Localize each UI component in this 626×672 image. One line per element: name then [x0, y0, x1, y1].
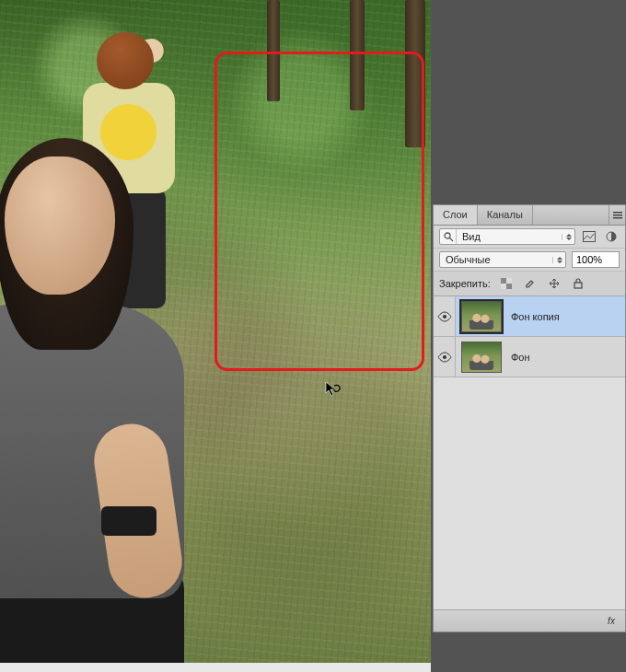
panel-tab-bar: Слои Каналы [434, 205, 625, 226]
lock-move-icon [549, 278, 560, 289]
lock-paint-button[interactable] [522, 275, 539, 292]
blend-mode-label: Обычные [440, 254, 552, 265]
svg-rect-8 [506, 284, 512, 289]
panel-footer: fx [434, 609, 625, 631]
layer-thumbnail[interactable] [461, 342, 502, 373]
layer-kind-dropdown[interactable]: Вид [439, 228, 575, 245]
svg-rect-7 [501, 278, 506, 284]
visibility-toggle[interactable] [434, 337, 456, 377]
lock-move-button[interactable] [546, 275, 562, 292]
lock-all-icon [574, 278, 583, 289]
blend-row: Обычные [434, 249, 625, 272]
svg-rect-10 [501, 284, 506, 289]
filter-adjustment-button[interactable] [603, 228, 620, 245]
svg-point-13 [443, 355, 446, 359]
layer-thumbnail[interactable] [461, 301, 502, 332]
svg-rect-2 [613, 217, 622, 219]
layer-name-label[interactable]: Фон копия [507, 311, 625, 322]
eye-icon [437, 352, 452, 363]
lock-transparency-icon [501, 278, 512, 289]
visibility-toggle[interactable] [434, 296, 456, 336]
layer-row[interactable]: Фон [434, 337, 625, 377]
blend-mode-dropdown[interactable]: Обычные [439, 251, 566, 268]
layer-row[interactable]: Фон копия [434, 296, 625, 337]
opacity-input[interactable] [572, 251, 620, 268]
dropdown-arrows-icon [552, 257, 565, 263]
svg-rect-5 [584, 232, 596, 242]
dropdown-arrows-icon [562, 234, 574, 240]
lock-label: Закрепить: [439, 278, 491, 289]
lock-transparency-button[interactable] [498, 275, 515, 292]
filter-adjust-icon [606, 231, 617, 242]
svg-rect-1 [613, 214, 622, 216]
tab-channels[interactable]: Каналы [478, 205, 533, 225]
lock-paint-icon [525, 278, 536, 289]
eye-icon [437, 311, 452, 322]
layer-name-label[interactable]: Фон [507, 352, 625, 363]
svg-rect-11 [574, 283, 582, 288]
lock-row: Закрепить: [434, 272, 625, 296]
image-figure-woman [0, 46, 203, 663]
filter-image-icon [583, 231, 596, 242]
search-icon [440, 229, 457, 244]
svg-line-4 [449, 238, 453, 242]
lock-all-button[interactable] [570, 275, 586, 292]
filter-row: Вид [434, 226, 625, 249]
layer-kind-label: Вид [457, 231, 562, 242]
svg-rect-0 [613, 212, 622, 214]
fx-icon: fx [608, 616, 615, 626]
layers-list: Фон копия Фон [434, 296, 625, 609]
panel-menu-button[interactable] [609, 205, 625, 225]
fx-button[interactable]: fx [603, 613, 620, 630]
svg-rect-9 [506, 278, 512, 284]
document-canvas[interactable] [0, 0, 431, 663]
filter-pixel-button[interactable] [581, 228, 597, 245]
svg-point-12 [443, 315, 446, 319]
layers-panel: Слои Каналы Вид Обычные [433, 204, 626, 632]
canvas-bottom-bar [0, 663, 431, 672]
menu-icon [613, 211, 622, 220]
svg-point-3 [445, 233, 450, 238]
tab-layers[interactable]: Слои [434, 205, 478, 225]
